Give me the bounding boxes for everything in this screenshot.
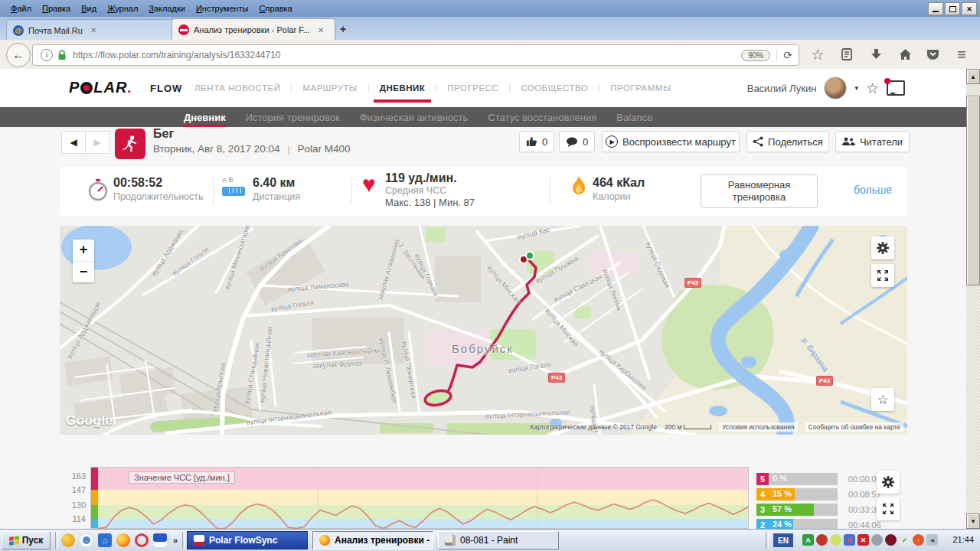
tray-icon-sync-check[interactable]: ✓ [899, 534, 910, 546]
nav-diary[interactable]: ДНЕВНИК [368, 83, 436, 93]
taskbar-button-flowsync[interactable]: Polar FlowSync [187, 531, 308, 549]
zoom-level-badge[interactable]: 90% [741, 50, 770, 61]
scroll-down-icon[interactable]: ▼ [966, 514, 980, 529]
chevron-down-icon[interactable]: ▾ [854, 84, 858, 92]
url-text[interactable]: https://flow.polar.com/training/analysis… [73, 50, 281, 60]
taskbar-button-firefox[interactable]: Анализ тренировки - ... [312, 531, 433, 549]
scrollbar-thumb[interactable] [966, 96, 980, 285]
nav-programs[interactable]: ПРОГРАММЫ [599, 83, 681, 93]
replay-route-button[interactable]: ▶ Воспроизвести маршрут [602, 131, 740, 152]
tray-icon-blue-grid[interactable]: ✕ [844, 534, 855, 546]
polar-header: PLAR. FLOW ЛЕНТА НОВОСТЕЙ МАРШРУТЫ ДНЕВН… [0, 69, 966, 107]
menu-help[interactable]: Справка [260, 4, 292, 13]
taskbar-button-paint[interactable]: 08-081 - Paint [438, 531, 559, 549]
divider [55, 532, 58, 549]
map-star-button[interactable]: ☆ [871, 388, 894, 411]
quick-launch-chrome-icon[interactable] [80, 533, 93, 547]
map-fullscreen-button[interactable] [871, 264, 894, 287]
notifications-icon[interactable] [887, 80, 905, 96]
quick-launch-opera-icon[interactable] [135, 533, 149, 547]
address-bar[interactable]: i https://flow.polar.com/training/analys… [32, 44, 799, 66]
tab-mail[interactable]: @ Почта Mail.Ru ✕ [6, 19, 173, 41]
quick-launch-icon-1[interactable] [61, 533, 75, 547]
google-logo[interactable]: Google [66, 413, 113, 429]
avatar[interactable] [824, 77, 847, 99]
quick-launch-firefox-icon[interactable] [116, 533, 130, 547]
close-tab-icon[interactable]: ✕ [90, 26, 96, 34]
downloads-icon[interactable] [867, 46, 885, 63]
like-button[interactable]: 0 [519, 131, 554, 152]
favorite-star-icon[interactable]: ☆ [866, 80, 879, 97]
reload-icon[interactable]: ⟳ [776, 49, 792, 61]
chart-settings-button[interactable] [877, 471, 900, 494]
comments-button[interactable]: 0 [559, 131, 595, 152]
zoom-out-button[interactable]: − [73, 262, 94, 283]
y-tick: 114 [60, 514, 86, 523]
menu-history[interactable]: Журнал [107, 4, 138, 13]
bookmark-star-icon[interactable]: ☆ [808, 46, 827, 63]
user-name[interactable]: Василий Лукин [747, 83, 817, 94]
nav-feed[interactable]: ЛЕНТА НОВОСТЕЙ [184, 83, 291, 93]
tab-polar-active[interactable]: Анализ тренировки - Polar F... ✕ [172, 18, 335, 41]
more-link[interactable]: больше [854, 184, 892, 196]
followers-button[interactable]: Читатели [835, 131, 910, 152]
menu-edit[interactable]: Правка [42, 4, 70, 13]
route-map[interactable]: вуліца Арджанікі,вуліца Гогалявуліца Мех… [60, 226, 907, 435]
zone-bar: 15 % [769, 488, 838, 500]
polar-logo[interactable]: PLAR. [69, 79, 132, 96]
tray-icon-dark-ball[interactable] [885, 534, 897, 546]
minimize-button[interactable] [928, 2, 943, 15]
new-tab-button[interactable]: + [340, 23, 346, 35]
subnav-balance[interactable]: Balance [616, 107, 652, 127]
https-lock-icon[interactable] [57, 50, 67, 61]
report-error-link[interactable]: Сообщить об ошибке на карте [805, 422, 903, 432]
nav-community[interactable]: СООБЩЕСТВО [509, 83, 599, 93]
pocket-icon[interactable] [923, 46, 942, 63]
close-tab-icon[interactable]: ✕ [318, 26, 324, 34]
firefox-icon [319, 535, 330, 546]
hr-plot[interactable]: Значение ЧСС [уд./мин.] [90, 467, 749, 529]
page-scrollbar[interactable]: ▲ ▼ [966, 69, 980, 529]
hamburger-menu-icon[interactable]: ≡ [952, 46, 971, 63]
map-settings-button[interactable] [871, 236, 894, 259]
tray-icon-leaf[interactable] [830, 534, 841, 546]
share-button[interactable]: Поделиться [746, 131, 829, 152]
start-button[interactable]: Пуск [2, 531, 51, 549]
subnav-activity[interactable]: Физическая активность [360, 107, 469, 127]
home-icon[interactable] [896, 46, 914, 63]
zoom-in-button[interactable]: + [73, 240, 94, 262]
tray-icon-green-a[interactable]: A [802, 534, 814, 546]
nav-routes[interactable]: МАРШРУТЫ [291, 83, 368, 93]
subnav-recovery[interactable]: Статус восстановления [488, 107, 596, 127]
back-button[interactable]: ← [6, 43, 31, 67]
tray-icon-webcam[interactable] [871, 534, 883, 546]
next-session-button[interactable]: ▶ [85, 131, 109, 154]
restore-button[interactable] [945, 2, 960, 15]
zone-number: 4 [756, 488, 769, 500]
scroll-up-icon[interactable]: ▲ [966, 69, 980, 84]
tray-icon-speaker[interactable]: ◄ [926, 534, 938, 546]
prev-session-button[interactable]: ◀ [61, 131, 86, 154]
quick-launch-icon-3[interactable]: ⌂ [98, 533, 112, 547]
sidebar-panel-icon[interactable] [838, 46, 856, 63]
menu-tools[interactable]: Инструменты [196, 4, 249, 13]
overflow-chevron-icon[interactable]: » [173, 536, 178, 545]
menu-file[interactable]: Файл [11, 4, 31, 13]
page-info-icon[interactable]: i [41, 49, 53, 61]
tray-icon-red-shield[interactable]: ✕ [858, 534, 869, 546]
terms-link[interactable]: Условия использования [719, 422, 797, 432]
subnav-history[interactable]: История тренировок [246, 107, 340, 127]
chart-fullscreen-button[interactable] [877, 497, 900, 520]
language-indicator[interactable]: EN [773, 533, 793, 547]
menu-bookmarks[interactable]: Закладки [149, 4, 185, 13]
road-badge: Р43 [684, 278, 701, 288]
subnav-diary[interactable]: Дневник [184, 107, 226, 127]
zone-bar: 57 % [769, 504, 838, 516]
close-button[interactable]: ✕ [962, 2, 977, 15]
quick-launch-save-icon[interactable] [153, 533, 167, 547]
tray-icon-orange-target[interactable]: ◦ [913, 534, 924, 546]
menu-view[interactable]: Вид [81, 4, 96, 13]
training-benefit-button[interactable]: Равномерная тренировка [701, 174, 818, 208]
tray-icon-red-bug[interactable] [816, 534, 828, 546]
nav-progress[interactable]: ПРОГРЕСС [436, 83, 509, 93]
